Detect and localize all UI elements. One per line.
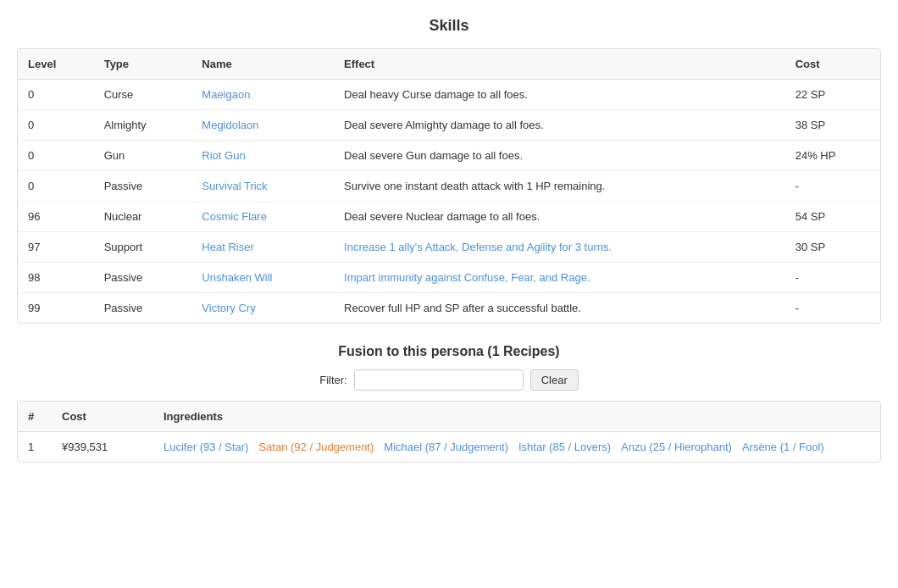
ingredient-link[interactable]: Anzu (25 / Hierophant) — [621, 441, 732, 453]
table-row: 98 Passive Unshaken Will Impart immunity… — [18, 263, 880, 293]
cell-level: 97 — [18, 232, 94, 263]
cell-name[interactable]: Cosmic Flare — [191, 202, 334, 232]
cell-effect: Deal heavy Curse damage to all foes. — [334, 80, 785, 110]
cell-name[interactable]: Heat Riser — [191, 232, 334, 263]
cell-level: 96 — [18, 202, 94, 232]
skills-table: Level Type Name Effect Cost 0 Curse Maei… — [18, 49, 880, 323]
cell-level: 0 — [18, 110, 94, 141]
fusion-col-cost: Cost — [52, 402, 153, 432]
filter-row: Filter: Clear — [17, 369, 881, 391]
skills-table-header: Level Type Name Effect Cost — [18, 49, 880, 80]
ingredient-link[interactable]: Satan (92 / Judgement) — [258, 441, 374, 453]
ingredient-link[interactable]: Ishtar (85 / Lovers) — [518, 441, 611, 453]
cell-type: Passive — [94, 263, 192, 293]
cell-level: 99 — [18, 293, 94, 324]
cell-cost: - — [785, 263, 880, 293]
cell-type: Nuclear — [94, 202, 192, 232]
ingredient-link[interactable]: Lucifer (93 / Star) — [164, 441, 248, 453]
table-row: 97 Support Heat Riser Increase 1 ally's … — [18, 232, 880, 263]
cell-cost: - — [785, 293, 880, 324]
cell-effect: Impart immunity against Confuse, Fear, a… — [334, 263, 785, 293]
cell-ingredients: Lucifer (93 / Star) Satan (92 / Judgemen… — [153, 432, 880, 463]
cell-name[interactable]: Megidolaon — [191, 110, 334, 141]
cell-name[interactable]: Unshaken Will — [191, 263, 334, 293]
cell-effect: Survive one instant death attack with 1 … — [334, 171, 785, 202]
cell-num: 1 — [18, 432, 52, 463]
fusion-table-container: # Cost Ingredients 1 ¥939,531 Lucifer (9… — [17, 401, 881, 463]
filter-label: Filter: — [319, 374, 347, 386]
cell-name[interactable]: Maeigaon — [191, 80, 334, 110]
cell-type: Passive — [94, 293, 192, 324]
table-row: 0 Passive Survival Trick Survive one ins… — [18, 171, 880, 202]
cell-cost: 54 SP — [785, 202, 880, 232]
cell-type: Curse — [94, 80, 192, 110]
table-row: 99 Passive Victory Cry Recover full HP a… — [18, 293, 880, 324]
cell-cost: - — [785, 171, 880, 202]
cell-type: Almighty — [94, 110, 192, 141]
cell-type: Gun — [94, 141, 192, 171]
filter-input[interactable] — [354, 369, 524, 391]
fusion-title: Fusion to this persona (1 Recipes) — [17, 344, 881, 359]
fusion-table: # Cost Ingredients 1 ¥939,531 Lucifer (9… — [18, 402, 880, 462]
cell-level: 0 — [18, 171, 94, 202]
cell-cost: 22 SP — [785, 80, 880, 110]
cell-type: Passive — [94, 171, 192, 202]
cell-cost: 30 SP — [785, 232, 880, 263]
cell-effect: Deal severe Gun damage to all foes. — [334, 141, 785, 171]
table-row: 96 Nuclear Cosmic Flare Deal severe Nucl… — [18, 202, 880, 232]
table-row: 0 Gun Riot Gun Deal severe Gun damage to… — [18, 141, 880, 171]
cell-cost: 38 SP — [785, 110, 880, 141]
col-header-level: Level — [18, 49, 94, 80]
cell-effect: Deal severe Almighty damage to all foes. — [334, 110, 785, 141]
col-header-cost: Cost — [785, 49, 880, 80]
ingredient-link[interactable]: Michael (87 / Judgement) — [384, 441, 508, 453]
fusion-table-header: # Cost Ingredients — [18, 402, 880, 432]
fusion-col-num: # — [18, 402, 52, 432]
skills-title: Skills — [17, 17, 881, 35]
clear-button[interactable]: Clear — [530, 369, 579, 391]
cell-name[interactable]: Victory Cry — [191, 293, 334, 324]
cell-name[interactable]: Survival Trick — [191, 171, 334, 202]
ingredient-link[interactable]: Arsène (1 / Fool) — [742, 441, 824, 453]
table-row: 0 Almighty Megidolaon Deal severe Almigh… — [18, 110, 880, 141]
table-row: 0 Curse Maeigaon Deal heavy Curse damage… — [18, 80, 880, 110]
skills-table-container: Level Type Name Effect Cost 0 Curse Maei… — [17, 48, 881, 324]
cell-effect: Recover full HP and SP after a successfu… — [334, 293, 785, 324]
fusion-col-ingredients: Ingredients — [153, 402, 880, 432]
cell-level: 0 — [18, 141, 94, 171]
cell-cost: 24% HP — [785, 141, 880, 171]
cell-level: 98 — [18, 263, 94, 293]
table-row: 1 ¥939,531 Lucifer (93 / Star) Satan (92… — [18, 432, 880, 463]
col-header-effect: Effect — [334, 49, 785, 80]
cell-level: 0 — [18, 80, 94, 110]
col-header-name: Name — [191, 49, 334, 80]
cell-cost: ¥939,531 — [52, 432, 153, 463]
cell-effect: Increase 1 ally's Attack, Defense and Ag… — [334, 232, 785, 263]
cell-name[interactable]: Riot Gun — [191, 141, 334, 171]
cell-effect: Deal severe Nuclear damage to all foes. — [334, 202, 785, 232]
cell-type: Support — [94, 232, 192, 263]
col-header-type: Type — [94, 49, 192, 80]
